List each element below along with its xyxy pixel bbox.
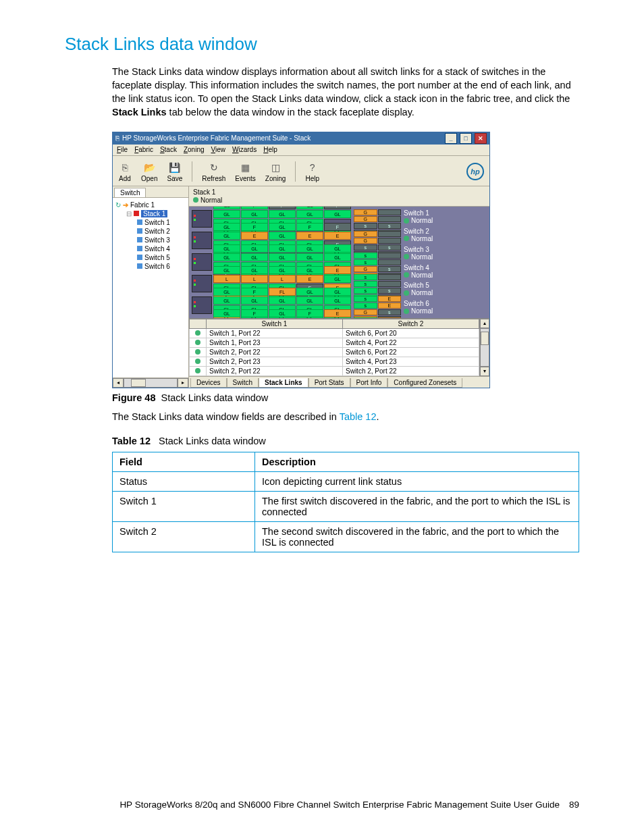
port[interactable]: GL [324, 296, 351, 305]
port[interactable]: F [296, 223, 323, 231]
port[interactable]: GL [269, 266, 296, 274]
toolbar-open-button[interactable]: 📂Open [141, 161, 157, 182]
port[interactable]: GL [296, 244, 323, 253]
links-header[interactable] [190, 319, 207, 328]
toolbar-save-button[interactable]: 💾Save [167, 161, 182, 182]
port[interactable]: GL [269, 223, 296, 231]
port[interactable]: E [296, 232, 323, 240]
port[interactable]: GL [324, 288, 351, 296]
table-row[interactable]: Switch 2, Port 23Switch 4, Port 23 [190, 357, 479, 366]
port[interactable]: GL [296, 210, 323, 218]
port[interactable]: GL [324, 253, 351, 261]
port[interactable]: E [324, 309, 351, 317]
xport[interactable]: s [354, 244, 377, 251]
port[interactable]: F [241, 223, 268, 231]
xport[interactable]: G [354, 309, 377, 315]
table-vscrollbar[interactable]: ▴ ▾ [479, 319, 489, 376]
xport[interactable]: s [378, 223, 402, 229]
close-button[interactable]: ✕ [475, 133, 487, 144]
links-header[interactable]: Switch 2 [343, 319, 479, 328]
port[interactable]: GL [241, 296, 268, 305]
port[interactable]: GL [213, 309, 240, 317]
xport[interactable] [378, 231, 402, 237]
port[interactable]: GL [213, 296, 240, 305]
menu-help[interactable]: Help [263, 146, 277, 153]
tab-port-info[interactable]: Port Info [350, 378, 388, 388]
table-12-link[interactable]: Table 12 [340, 411, 377, 422]
toolbar-zoning-button[interactable]: ◫Zoning [265, 161, 286, 182]
port[interactable]: GL [296, 253, 323, 261]
xport[interactable]: s [354, 274, 377, 280]
tree-root[interactable]: ↻ ➔ Fabric 1 [115, 201, 186, 209]
xport[interactable]: s [378, 266, 402, 272]
tree-stack[interactable]: ⊟ Stack 1 [126, 209, 186, 218]
table-row[interactable]: Switch 1, Port 23Switch 4, Port 22 [190, 338, 479, 347]
tree-switch-item[interactable]: Switch 2 [137, 227, 186, 236]
table-row[interactable]: Switch 1, Port 22Switch 6, Port 20 [190, 328, 479, 338]
port[interactable]: GL [296, 266, 323, 274]
xport[interactable]: s [378, 288, 402, 294]
tree-switch-item[interactable]: Switch 3 [137, 236, 186, 244]
xport[interactable] [378, 216, 402, 222]
port[interactable]: GL [269, 232, 296, 240]
xport[interactable]: s [378, 244, 402, 251]
port[interactable]: GL [324, 244, 351, 253]
xport[interactable] [378, 253, 402, 259]
port[interactable]: L [241, 275, 268, 283]
port[interactable]: F [296, 309, 323, 317]
port[interactable]: F [324, 223, 351, 231]
port[interactable]: GL [324, 275, 351, 283]
port[interactable]: E [324, 266, 351, 274]
scroll-up-button[interactable]: ▴ [480, 319, 489, 328]
table-row[interactable]: Switch 2, Port 22Switch 6, Port 22 [190, 347, 479, 357]
menu-stack[interactable]: Stack [160, 146, 177, 153]
xport[interactable]: G [354, 216, 377, 222]
scroll-thumb[interactable] [481, 332, 489, 345]
port[interactable]: GL [213, 210, 240, 218]
tab-switch[interactable]: Switch [227, 378, 259, 388]
port[interactable]: L [269, 275, 296, 283]
tree-switch-item[interactable]: Switch 4 [137, 244, 186, 253]
xport[interactable] [378, 281, 402, 287]
scroll-left-button[interactable]: ◂ [113, 378, 124, 388]
menu-zoning[interactable]: Zoning [184, 146, 205, 153]
xport[interactable]: G [354, 231, 377, 237]
xport[interactable]: s [354, 259, 377, 265]
menu-view[interactable]: View [211, 146, 226, 153]
scroll-track[interactable] [480, 328, 489, 367]
menu-wizards[interactable]: Wizards [232, 146, 257, 153]
port[interactable]: GL [296, 207, 323, 210]
port[interactable]: GL [269, 253, 296, 261]
scroll-right-button[interactable]: ▸ [178, 378, 188, 388]
port[interactable]: GL [213, 266, 240, 274]
tab-devices[interactable]: Devices [190, 378, 227, 388]
port[interactable]: GL [213, 207, 240, 210]
port[interactable]: GL [324, 210, 351, 218]
port[interactable]: F [241, 288, 268, 296]
port[interactable]: GL [241, 244, 268, 253]
tree-switch-item[interactable]: Switch 1 [137, 218, 186, 227]
port[interactable]: GL [269, 309, 296, 317]
tab-port-stats[interactable]: Port Stats [308, 378, 350, 388]
port[interactable]: FL [269, 288, 296, 296]
port[interactable]: F [241, 309, 268, 317]
expand-icon[interactable]: ⊟ [126, 210, 132, 217]
port[interactable]: GL [269, 244, 296, 253]
port[interactable]: GL [213, 253, 240, 261]
xport[interactable] [378, 274, 402, 280]
xport[interactable]: s [354, 253, 377, 259]
port[interactable]: GL [296, 296, 323, 305]
port[interactable]: GL [241, 266, 268, 274]
port[interactable]: GL [241, 253, 268, 261]
xport[interactable] [378, 259, 402, 265]
port[interactable]: E [324, 232, 351, 240]
xport[interactable]: G [354, 238, 377, 244]
scroll-track[interactable] [124, 378, 178, 388]
port[interactable]: GL [296, 288, 323, 296]
port[interactable]: F [241, 207, 268, 210]
xport[interactable]: s [354, 288, 377, 294]
table-row[interactable]: Switch 2, Port 22Switch 2, Port 22 [190, 366, 479, 375]
port[interactable]: GL [213, 223, 240, 231]
port[interactable]: GL [213, 244, 240, 253]
port[interactable]: E [241, 232, 268, 240]
